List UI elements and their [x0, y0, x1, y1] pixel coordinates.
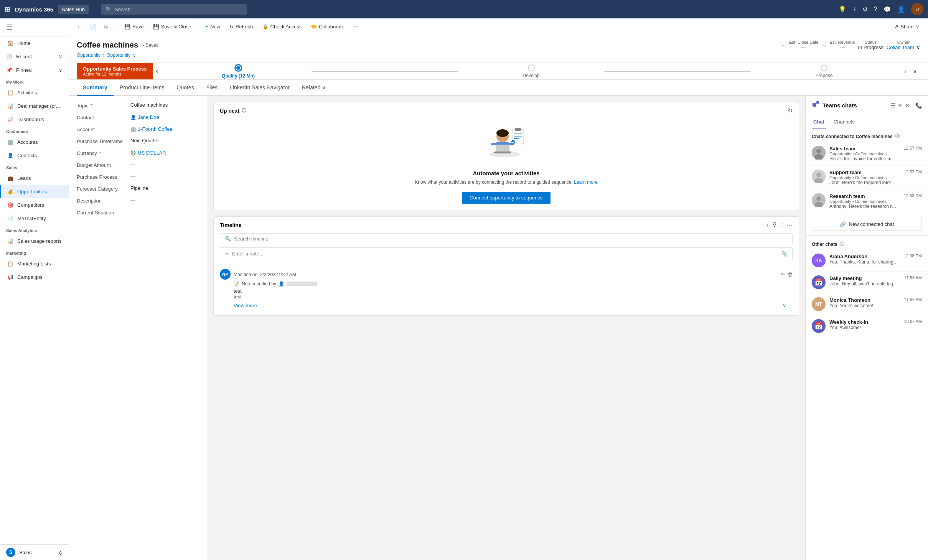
- search-input[interactable]: [115, 7, 242, 12]
- tab-summary[interactable]: Summary: [77, 80, 114, 96]
- app-name[interactable]: Sales Hub: [58, 5, 89, 14]
- help-icon[interactable]: ?: [874, 6, 877, 13]
- chat-icon[interactable]: 💬: [883, 6, 891, 13]
- check-access-button[interactable]: 🔒 Check Access: [259, 21, 306, 32]
- sidebar-item-sales-usage-reports[interactable]: 📊 Sales usage reports: [0, 234, 69, 248]
- timeline-edit-btn[interactable]: ✏: [781, 272, 785, 277]
- teams-edit-btn[interactable]: ✏: [898, 102, 903, 109]
- breadcrumb-opportunity-type-link[interactable]: Opportunity: [107, 53, 130, 58]
- value-topic[interactable]: Coffee machines: [130, 102, 168, 109]
- teams-tab-chat[interactable]: Chat: [812, 115, 826, 129]
- lightbulb-icon[interactable]: 💡: [839, 6, 846, 13]
- refresh-button[interactable]: ↻ Refresh: [226, 21, 257, 32]
- timeline-delete-btn[interactable]: 🗑: [788, 272, 793, 277]
- sidebar-item-metestentity[interactable]: 📄 MeTestEntity: [0, 212, 69, 225]
- save-close-button[interactable]: 💾 Save & Close: [149, 21, 195, 32]
- breadcrumb-opportunity-link[interactable]: Opportunity: [77, 53, 101, 58]
- est-revenue: Est. Revenue ---: [829, 40, 855, 50]
- value-forecast-category[interactable]: Pipeline: [130, 185, 148, 192]
- timeline-add-btn[interactable]: +: [765, 222, 769, 229]
- back-button[interactable]: ←: [74, 21, 85, 32]
- sidebar-item-dashboards[interactable]: 📈 Dashboards: [0, 113, 69, 126]
- record-icon-btn[interactable]: 📄: [87, 21, 99, 32]
- sidebar-item-contacts[interactable]: 👤 Contacts: [0, 149, 69, 162]
- learn-more-link[interactable]: Learn more: [574, 180, 597, 185]
- timeline-more-btn[interactable]: ⋯: [786, 221, 793, 229]
- stage-propose[interactable]: Propose: [751, 64, 897, 78]
- share-button[interactable]: ↗ Share ∨: [890, 21, 923, 32]
- chat-item-kiana[interactable]: KA Kiana Anderson 12:08 PM You: Thanks, …: [806, 250, 928, 272]
- tab-quotes[interactable]: Quotes: [171, 80, 200, 96]
- sidebar-item-leads[interactable]: 💼 Leads: [0, 171, 69, 185]
- chat-item-monica[interactable]: MT Monica Thomson 11:56 AM You: You're w…: [806, 293, 928, 315]
- stage-qualify[interactable]: Qualify (12 Mo): [165, 64, 312, 79]
- value-currency[interactable]: 💱 US DOLLAR: [130, 150, 166, 156]
- timeline-filter-btn[interactable]: ⊽: [772, 221, 777, 229]
- sidebar-item-campaigns[interactable]: 📢 Campaigns: [0, 270, 69, 284]
- timeline-view-more[interactable]: View more ∨: [220, 300, 793, 311]
- save-button[interactable]: 💾 Save: [120, 21, 148, 32]
- chat-item-daily-meeting[interactable]: 📅 Daily meeting 11:58 AM John: Hey all, …: [806, 272, 928, 293]
- sidebar-hamburger[interactable]: ☰: [6, 23, 12, 31]
- value-contact[interactable]: 👤 Jane Doe: [130, 114, 159, 120]
- timeline-note-input[interactable]: ✏ 📎: [220, 247, 793, 260]
- process-next-btn[interactable]: ›: [901, 67, 910, 75]
- sidebar-item-accounts[interactable]: 🏢 Accounts: [0, 135, 69, 149]
- timeline-view-btn[interactable]: ≡: [780, 222, 783, 229]
- sidebar-item-competitors[interactable]: 🎯 Competitors: [0, 198, 69, 212]
- new-connected-chat-button[interactable]: 🔗 New connected chat: [812, 218, 922, 231]
- owner-name[interactable]: Collab Team: [887, 44, 914, 50]
- up-next-refresh-btn[interactable]: ↻: [788, 107, 793, 114]
- teams-close-btn[interactable]: ✕: [905, 102, 910, 109]
- more-options-button[interactable]: ⋯: [350, 21, 363, 32]
- stage-develop[interactable]: Develop: [458, 64, 605, 78]
- teams-filter-btn[interactable]: ☰: [891, 102, 896, 109]
- timeline-search[interactable]: 🔍: [220, 233, 793, 244]
- attachment-icon[interactable]: 📎: [781, 251, 788, 257]
- sidebar-item-pinned[interactable]: 📌 Pinned ∨: [0, 63, 69, 77]
- value-budget-amount[interactable]: ---: [130, 161, 135, 168]
- tab-files[interactable]: Files: [200, 80, 224, 96]
- value-description[interactable]: ---: [130, 197, 135, 204]
- new-button[interactable]: + New: [201, 21, 224, 32]
- chat-item-sales-team[interactable]: Sales team 12:57 PM Opportunity • Coffee…: [806, 142, 928, 166]
- waffle-icon[interactable]: ⊞: [5, 5, 10, 13]
- tab-linkedin[interactable]: LinkedIn Sales Navigator: [224, 80, 296, 96]
- value-purchase-timeframe[interactable]: Next Quarter: [130, 138, 159, 144]
- sidebar-item-marketing-lists[interactable]: 📋 Marketing Lists: [0, 257, 69, 270]
- add-icon[interactable]: +: [852, 5, 857, 13]
- label-currency: Currency *: [77, 150, 130, 156]
- required-star-topic: *: [91, 103, 92, 109]
- value-account[interactable]: 🏢 1-Fourth Coffee: [130, 126, 173, 132]
- accounts-icon: 🏢: [7, 139, 13, 145]
- user-icon[interactable]: 👤: [897, 6, 905, 13]
- sidebar-item-activities[interactable]: 📋 Activities: [0, 86, 69, 99]
- breadcrumb-chevron[interactable]: ∨: [133, 53, 136, 58]
- chat-item-research-team[interactable]: Research team 12:53 PM Opportunity • Cof…: [806, 189, 928, 213]
- chat-item-support-team[interactable]: Support team 12:53 PM Opportunity • Coff…: [806, 166, 928, 189]
- sidebar-item-home[interactable]: 🏠 Home: [0, 36, 69, 50]
- sidebar-item-recent[interactable]: 🕐 Recent ∨: [0, 50, 69, 63]
- collaborate-button[interactable]: 🤝 Collaborate: [307, 21, 348, 32]
- label-forecast-category: Forecast Category: [77, 185, 130, 192]
- sidebar-item-deal-manager[interactable]: 📊 Deal manager (pr...: [0, 99, 69, 113]
- note-line-1: test: [234, 288, 793, 294]
- process-chevron-btn[interactable]: ∨: [910, 68, 920, 75]
- chat-item-weekly-checkin[interactable]: 📅 Weekly check-in 10:07 AM You: Awesome!: [806, 315, 928, 337]
- sidebar-item-opportunities[interactable]: 💰 Opportunities: [0, 185, 69, 198]
- timeline-note-field[interactable]: [232, 251, 778, 257]
- clone-button[interactable]: ⧉: [101, 21, 111, 32]
- search-box[interactable]: 🔍: [101, 4, 247, 15]
- sidebar-bottom-sales[interactable]: S Sales ◇: [0, 544, 69, 560]
- tab-related[interactable]: Related ∨: [296, 80, 332, 96]
- teams-tab-channels[interactable]: Channels: [832, 115, 856, 129]
- other-chats-header: Other chats ⓘ: [806, 237, 928, 250]
- connect-sequence-button[interactable]: Connect opportunity to sequence: [462, 192, 551, 204]
- process-prev-btn[interactable]: ‹: [153, 67, 161, 75]
- teams-phone-btn[interactable]: 📞: [912, 102, 922, 109]
- tab-product-line-items[interactable]: Product Line Items: [114, 80, 171, 96]
- settings-icon[interactable]: ⚙: [862, 6, 868, 13]
- value-purchase-process[interactable]: ---: [130, 173, 135, 180]
- avatar[interactable]: U: [911, 3, 923, 15]
- timeline-search-input[interactable]: [234, 236, 788, 242]
